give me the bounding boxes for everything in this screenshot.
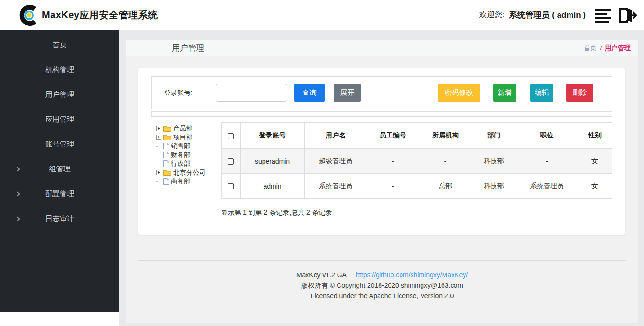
cell-emp-no: -	[367, 149, 419, 174]
select-all-checkbox[interactable]	[228, 133, 234, 139]
chevron-right-icon	[15, 217, 20, 221]
cell-login: superadmin	[241, 149, 305, 174]
expand-plus-icon[interactable]: +	[156, 170, 161, 175]
footer-copyright: 版权所有 © Copyright 2018-2020 shimingxy@163…	[126, 280, 638, 291]
cell-gender: 女	[578, 149, 612, 174]
file-icon	[163, 160, 169, 167]
sidebar-item-label: 机构管理	[45, 65, 74, 74]
chevron-right-icon	[15, 192, 20, 197]
tree-node-label: 销售部	[171, 142, 190, 150]
tree-connector	[156, 146, 161, 147]
sidebar-item-account[interactable]: 账号管理	[0, 132, 119, 157]
brand: MaxKey应用安全管理系统	[18, 4, 158, 26]
breadcrumb: 首页 / 用户管理	[584, 40, 631, 56]
record-summary: 显示第 1 到第 2 条记录,总共 2 条记录	[221, 209, 612, 217]
sidebar-item-group[interactable]: 组管理	[0, 157, 119, 181]
cell-org: 总部	[419, 174, 472, 199]
add-button[interactable]: 新增	[493, 84, 516, 102]
cell-gender: 女	[578, 174, 612, 199]
user-management-card: 登录账号: 查询 展开 密码修改 新增 编辑 删除	[138, 68, 625, 235]
action-buttons: 密码修改 新增 编辑 删除	[438, 84, 612, 102]
edit-button[interactable]: 编辑	[530, 84, 553, 102]
search-panel: 登录账号: 查询 展开 密码修改 新增 编辑 删除	[151, 76, 612, 109]
page-footer: MaxKey v1.2 GA https://github.com/shimin…	[126, 270, 638, 301]
sidebar: 首页 机构管理 用户管理 应用管理 账号管理 组管理 配置管理 日志审计	[0, 30, 119, 326]
tree-connector	[156, 155, 161, 155]
tree-node[interactable]: 销售部	[156, 142, 221, 151]
breadcrumb-current: 用户管理	[605, 44, 631, 52]
tree-node-label: 北京分公司	[173, 168, 206, 177]
search-controls: 查询 展开	[205, 84, 369, 102]
advanced-search-collapsed-strip	[151, 111, 612, 117]
cell-org: -	[419, 149, 472, 174]
tree-node[interactable]: 行政部	[156, 159, 221, 168]
file-icon	[163, 178, 169, 185]
tree-node-label: 财务部	[171, 151, 190, 159]
file-icon	[163, 143, 169, 149]
cell-position: -	[516, 149, 578, 174]
sidebar-item-user[interactable]: 用户管理	[0, 82, 119, 107]
sidebar-item-app[interactable]: 应用管理	[0, 107, 119, 132]
tree-node-label: 商务部	[171, 177, 190, 186]
content-panel: 用户管理 首页 / 用户管理 登录账号: 查询 展开	[126, 40, 638, 323]
footer-github-link[interactable]: https://github.com/shimingxy/MaxKey/	[356, 271, 468, 279]
sidebar-item-label: 用户管理	[45, 90, 74, 98]
column-header: 登录账号	[241, 123, 305, 149]
query-button[interactable]: 查询	[294, 84, 325, 102]
expand-plus-icon[interactable]: +	[156, 126, 161, 131]
password-modify-button[interactable]: 密码修改	[438, 84, 480, 102]
sidebar-item-label: 配置管理	[45, 189, 74, 198]
tree-node[interactable]: + 产品部	[156, 124, 221, 133]
table-header-row: 登录账号 用户名 员工编号 所属机构 部门 职位 性别	[222, 123, 612, 149]
sidebar-item-label: 日志审计	[45, 214, 74, 222]
tree-node[interactable]: + 项目部	[156, 133, 221, 142]
login-account-input[interactable]	[216, 84, 287, 102]
page-title: 用户管理	[172, 40, 204, 56]
column-header: 部门	[472, 123, 516, 149]
panel-divider	[369, 77, 369, 109]
chevron-right-icon	[15, 167, 20, 172]
column-header: 所属机构	[419, 123, 472, 149]
column-header: 员工编号	[367, 123, 419, 149]
cell-login: admin	[241, 174, 305, 199]
header-right: 欢迎您: 系统管理员 ( admin )	[479, 6, 637, 25]
folder-icon	[163, 126, 171, 132]
cell-position: 系统管理员	[516, 174, 578, 199]
login-account-label: 登录账号:	[152, 77, 205, 109]
cell-name: 超级管理员	[305, 149, 367, 174]
table-row[interactable]: admin 系统管理员 - 总部 科技部 系统管理员 女	[222, 174, 612, 199]
app-title: MaxKey应用安全管理系统	[42, 9, 158, 21]
sidebar-item-config[interactable]: 配置管理	[0, 181, 119, 206]
table-row[interactable]: superadmin 超级管理员 - - 科技部 - 女	[222, 149, 612, 174]
breadcrumb-home-link[interactable]: 首页	[584, 44, 597, 52]
cell-dept: 科技部	[472, 149, 516, 174]
delete-button[interactable]: 删除	[566, 84, 593, 102]
tree-node-label: 行政部	[171, 159, 190, 168]
sidebar-item-label: 组管理	[49, 165, 71, 173]
tree-node[interactable]: + 北京分公司	[156, 168, 221, 178]
tree-node[interactable]: 财务部	[156, 151, 221, 160]
current-user: 系统管理员 ( admin )	[509, 10, 586, 21]
tree-node[interactable]: 商务部	[156, 177, 221, 186]
expand-plus-icon[interactable]: +	[156, 135, 161, 140]
folder-icon	[163, 134, 171, 140]
column-header: 用户名	[305, 123, 367, 149]
row-checkbox[interactable]	[228, 158, 234, 165]
sidebar-item-audit[interactable]: 日志审计	[0, 206, 119, 231]
expand-button[interactable]: 展开	[334, 84, 361, 102]
column-header: 性别	[578, 123, 612, 149]
row-checkbox[interactable]	[228, 183, 234, 189]
tree-connector	[156, 181, 161, 182]
sidebar-item-label: 应用管理	[45, 115, 74, 123]
sidebar-item-org[interactable]: 机构管理	[0, 57, 119, 82]
users-table: 登录账号 用户名 员工编号 所属机构 部门 职位 性别	[221, 122, 612, 199]
menu-list-icon[interactable]	[595, 8, 612, 23]
maxkey-logo-icon	[18, 4, 40, 26]
table-area: 登录账号 用户名 员工编号 所属机构 部门 职位 性别	[221, 122, 612, 217]
logout-icon[interactable]	[616, 6, 637, 25]
app-header: MaxKey应用安全管理系统 欢迎您: 系统管理员 ( admin )	[0, 0, 644, 30]
main-area: 用户管理 首页 / 用户管理 登录账号: 查询 展开	[119, 30, 644, 326]
sidebar-item-home[interactable]: 首页	[0, 32, 119, 57]
footer-divider	[138, 260, 626, 261]
welcome-label: 欢迎您:	[479, 10, 504, 20]
